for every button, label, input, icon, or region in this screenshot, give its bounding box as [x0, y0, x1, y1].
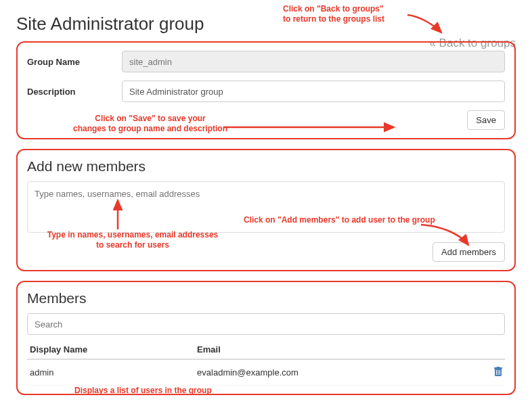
table-row: admin evaladmin@example.com [27, 359, 505, 386]
members-search-input[interactable] [27, 313, 505, 335]
add-members-button[interactable]: Add members [433, 242, 505, 262]
group-name-input[interactable] [122, 51, 505, 72]
member-email: evaladmin@example.com [194, 359, 457, 386]
member-display-name: admin [27, 359, 194, 386]
members-table: Display Name Email admin evaladmin@examp… [27, 340, 505, 386]
add-members-heading: Add new members [27, 158, 505, 175]
description-label: Description [27, 87, 122, 97]
add-members-input[interactable] [27, 181, 505, 233]
members-panel: Members Display Name Email admin evaladm… [16, 281, 516, 395]
page-title: Site Administrator group [16, 14, 516, 35]
description-input[interactable] [122, 81, 505, 102]
group-details-panel: Group Name Description Save [16, 41, 516, 139]
add-members-panel: Add new members Add members [16, 149, 516, 271]
trash-icon[interactable] [494, 367, 502, 378]
col-email: Email [194, 340, 457, 359]
group-name-label: Group Name [27, 57, 122, 67]
col-display-name: Display Name [27, 340, 194, 359]
save-button[interactable]: Save [467, 110, 505, 130]
members-heading: Members [27, 290, 505, 306]
